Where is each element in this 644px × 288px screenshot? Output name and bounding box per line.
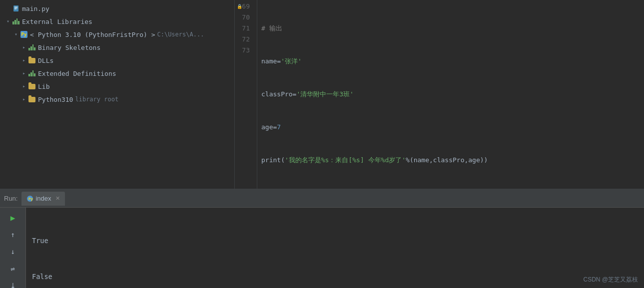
run-panel: Run: Py index ✕ ▶ ↑ ↓ ⇌ ⤓ 📌 🖨 🗑 True Fal… xyxy=(0,189,644,288)
bookmark-icon: 🔒 xyxy=(237,1,242,12)
run-output: True False True 优先级 True --------赋值运算符--… xyxy=(26,208,644,288)
output-line-false: False xyxy=(32,271,638,283)
code-line-70: name='张洋' xyxy=(261,56,640,67)
binary-skeletons-label: Binary Skeletons xyxy=(38,44,100,51)
tree-item-lib[interactable]: Lib xyxy=(0,80,234,93)
folder-icon xyxy=(28,82,36,90)
line-num-72: 72 xyxy=(235,34,253,45)
step-button[interactable]: ⤓ xyxy=(6,279,20,288)
line-numbers: 🔒 69 70 71 72 73 xyxy=(235,0,257,189)
var-token: name= xyxy=(261,56,281,67)
string-token: '清华附中一年3班' xyxy=(296,89,353,100)
python-tab-icon: Py xyxy=(26,195,33,202)
bar-green-icon xyxy=(28,43,36,51)
folder-icon xyxy=(28,56,36,64)
run-tab-label: index xyxy=(35,195,51,202)
bar-green-icon xyxy=(12,17,20,25)
collapse-arrow xyxy=(20,43,28,51)
collapse-arrow xyxy=(20,82,28,90)
code-line-72: age=7 xyxy=(261,122,640,133)
file-icon xyxy=(12,4,20,12)
python310-path: C:\Users\A... xyxy=(157,31,204,38)
svg-text:Py: Py xyxy=(28,197,33,201)
csdn-watermark: CSDN @芝芝又荔枝 xyxy=(583,276,638,284)
args-token: %(name,classPro,age)) xyxy=(406,155,488,166)
expand-arrow xyxy=(4,17,12,25)
code-editor: 🔒 69 70 71 72 73 # 输出 name='张洋' classPro… xyxy=(235,0,644,189)
expand-arrow xyxy=(12,30,20,38)
run-toolbar: Run: Py index ✕ xyxy=(0,190,644,208)
scroll-down-button[interactable]: ↓ xyxy=(6,245,20,259)
python310-label: < Python 3.10 (PythonFristPro) > xyxy=(30,31,155,38)
func-token: print( xyxy=(261,155,285,166)
var-token: classPro= xyxy=(261,89,296,100)
svg-rect-0 xyxy=(13,5,18,11)
line-num-73: 73 xyxy=(235,45,253,56)
python-icon: Py xyxy=(20,30,28,38)
var-token: age= xyxy=(261,122,277,133)
rerun-button[interactable]: ⇌ xyxy=(6,262,20,276)
file-tree: main.py External Libraries Py < Python 3… xyxy=(0,0,235,189)
folder-icon xyxy=(28,95,36,103)
close-icon[interactable]: ✕ xyxy=(55,195,60,202)
library-root-tag: library root xyxy=(75,96,118,103)
tree-item-external-libs[interactable]: External Libraries xyxy=(0,15,234,28)
lib-label: Lib xyxy=(38,83,49,90)
run-tab-index[interactable]: Py index ✕ xyxy=(21,192,64,206)
run-label: Run: xyxy=(4,195,17,202)
tree-item-main-py[interactable]: main.py xyxy=(0,2,234,15)
tree-item-binary-skeletons[interactable]: Binary Skeletons xyxy=(0,41,234,54)
line-num-70: 70 xyxy=(235,12,253,23)
number-token: 7 xyxy=(277,122,281,133)
extended-defs-label: Extended Definitions xyxy=(38,70,116,77)
run-panel-body: ▶ ↑ ↓ ⇌ ⤓ 📌 🖨 🗑 True False True 优先级 True… xyxy=(0,208,644,288)
run-sidebar: ▶ ↑ ↓ ⇌ ⤓ 📌 🖨 🗑 xyxy=(0,208,26,288)
code-content[interactable]: # 输出 name='张洋' classPro='清华附中一年3班' age=7… xyxy=(257,0,644,189)
line-num-71: 71 xyxy=(235,23,253,34)
tree-item-extended-defs[interactable]: Extended Definitions xyxy=(0,67,234,80)
tree-item-python310[interactable]: Py < Python 3.10 (PythonFristPro) > C:\U… xyxy=(0,28,234,41)
string-token: '张洋' xyxy=(281,56,302,67)
code-line-71: classPro='清华附中一年3班' xyxy=(261,89,640,100)
dlls-label: DLLs xyxy=(38,57,53,64)
tree-item-python310-lib[interactable]: Python310 library root xyxy=(0,93,234,106)
code-line-73: print('我的名字是%s：来自[%s] 今年%d岁了'%(name,clas… xyxy=(261,155,640,166)
collapse-arrow xyxy=(20,95,28,103)
collapse-arrow xyxy=(20,69,28,77)
code-line-69: # 输出 xyxy=(261,23,640,34)
python310-lib-label: Python310 xyxy=(38,96,73,103)
collapse-arrow xyxy=(20,56,28,64)
play-button[interactable]: ▶ xyxy=(6,211,20,225)
line-num-69: 🔒 69 xyxy=(235,1,253,12)
main-py-label: main.py xyxy=(22,5,49,12)
scroll-up-button[interactable]: ↑ xyxy=(6,228,20,242)
external-libs-label: External Libraries xyxy=(22,18,92,25)
tree-item-dlls[interactable]: DLLs xyxy=(0,54,234,67)
string-token: '我的名字是%s：来自[%s] 今年%d岁了' xyxy=(285,155,406,166)
comment-token: # 输出 xyxy=(261,23,282,34)
bar-green-icon xyxy=(28,69,36,77)
output-line-true1: True xyxy=(32,235,638,247)
